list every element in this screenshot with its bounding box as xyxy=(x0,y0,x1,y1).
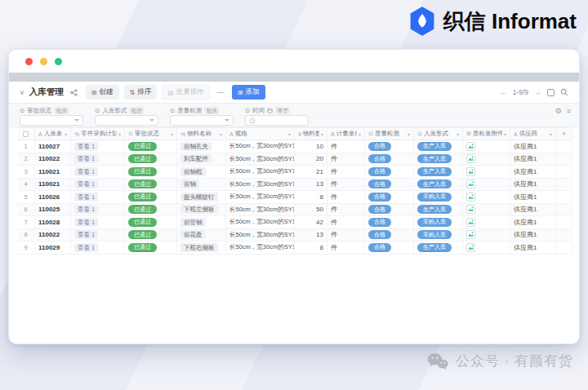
cell-material[interactable]: 下框右侧板 xyxy=(177,242,226,254)
gear-icon[interactable]: ⚙ xyxy=(555,107,562,115)
cell-spec[interactable]: 长50cm，宽30cm的SY1 xyxy=(226,229,295,242)
cell-attachment[interactable] xyxy=(463,179,510,191)
cell-empty[interactable] xyxy=(556,179,572,191)
cell-inbound-form[interactable]: 采购入库 xyxy=(414,191,463,203)
cell-unit[interactable]: 件 xyxy=(327,204,365,216)
cell-purchase-plan[interactable]: 查看 1 xyxy=(71,216,125,228)
table-row[interactable]: 1110027查看 1已通过前轴孔夹长50cm，宽30cm的SY110件合格生产… xyxy=(17,140,571,153)
cell-supplier[interactable]: 供应商1 xyxy=(510,242,556,254)
cell-material[interactable]: 下框左侧板 xyxy=(177,204,226,216)
cell-empty[interactable] xyxy=(556,229,572,242)
filter-operator-tag[interactable]: 包含 xyxy=(54,107,69,114)
cell-qty[interactable]: 8 xyxy=(295,191,327,203)
cell-quality[interactable]: 合格 xyxy=(365,204,414,216)
batch-actions-button[interactable]: ▤ 批量操作 xyxy=(162,85,210,100)
cell-inbound-form[interactable]: 采购入库 xyxy=(414,216,463,228)
cell-empty[interactable] xyxy=(556,166,572,178)
cell-qty[interactable]: 8 xyxy=(295,242,327,254)
filter-approval-select[interactable] xyxy=(20,115,83,126)
close-window-button[interactable] xyxy=(25,58,33,65)
cell-unit[interactable]: 件 xyxy=(327,140,365,153)
maximize-window-button[interactable] xyxy=(55,58,62,65)
cell-supplier[interactable]: 供应商1 xyxy=(510,204,556,216)
cell-qty[interactable]: 50 xyxy=(295,204,327,216)
cell-unit[interactable]: 件 xyxy=(327,242,365,254)
column-header-add-field[interactable]: + xyxy=(556,128,572,140)
column-header-spec[interactable]: A规格▾ xyxy=(226,128,295,140)
cell-supplier[interactable]: 供应商1 xyxy=(510,153,556,166)
cell-spec[interactable]: 长50cm，宽30cm的SY1 xyxy=(226,153,295,166)
cell-order-no[interactable]: 110029 xyxy=(35,242,71,254)
cell-qty[interactable]: 13 xyxy=(295,229,327,242)
table-row[interactable]: 2110022查看 1已通过刹车配件长50cm，宽30cm的SY120件合格生产… xyxy=(17,153,571,166)
cell-material[interactable]: 前轴孔夹 xyxy=(177,140,226,153)
cell-approval[interactable]: 已通过 xyxy=(125,216,177,228)
column-header-purchase-plan[interactable]: %零件采购计划▾ xyxy=(71,128,125,140)
cell-attachment[interactable] xyxy=(463,242,510,254)
view-link-tag[interactable]: 查看 1 xyxy=(74,179,98,188)
cell-unit[interactable]: 件 xyxy=(327,179,365,191)
cell-quality[interactable]: 合格 xyxy=(365,216,414,228)
cell-inbound-form[interactable]: 生产入库 xyxy=(414,204,463,216)
cell-inbound-form[interactable]: 生产入库 xyxy=(414,153,463,166)
cell-spec[interactable]: 长50cm，宽30cm的SY1 xyxy=(226,179,295,191)
add-column-icon[interactable]: + xyxy=(562,130,566,138)
cell-unit[interactable]: 件 xyxy=(327,191,365,203)
column-header-qc-attachment[interactable]: ⊞质检单附件▾ xyxy=(463,128,510,140)
cell-attachment[interactable] xyxy=(463,216,510,228)
chevron-down-icon[interactable]: ∨ xyxy=(20,89,24,96)
cell-order-no[interactable]: 110022 xyxy=(35,153,71,166)
cell-order-no[interactable]: 110021 xyxy=(35,179,71,191)
cell-qty[interactable]: 42 xyxy=(295,216,327,228)
cell-quality[interactable]: 合格 xyxy=(365,179,414,191)
cell-supplier[interactable]: 供应商1 xyxy=(510,216,556,228)
cell-unit[interactable]: 件 xyxy=(327,153,365,166)
column-header-quality-check[interactable]: ⊙质量检测▾ xyxy=(365,128,414,140)
cell-material[interactable]: 前花盘 xyxy=(177,229,226,242)
view-link-tag[interactable]: 查看 1 xyxy=(74,243,98,252)
cell-quality[interactable]: 合格 xyxy=(365,166,414,178)
cell-supplier[interactable]: 供应商1 xyxy=(510,229,556,242)
cell-unit[interactable]: 件 xyxy=(327,166,365,178)
cell-approval[interactable]: 已通过 xyxy=(125,229,177,242)
column-header-supplier[interactable]: A供应商▾ xyxy=(510,128,556,140)
material-tag[interactable]: 圆头螺纹钉 xyxy=(180,193,218,202)
cell-approval[interactable]: 已通过 xyxy=(125,153,177,166)
view-link-tag[interactable]: 查看 1 xyxy=(74,142,98,151)
table-row[interactable]: 4110021查看 1已通过前轴长50cm，宽30cm的SY113件合格生产入库… xyxy=(17,179,571,192)
cell-order-no[interactable]: 110025 xyxy=(35,204,71,216)
material-tag[interactable]: 前轴孔夹 xyxy=(180,142,212,151)
cell-quality[interactable]: 合格 xyxy=(365,140,414,153)
row-number[interactable]: 2 xyxy=(17,153,35,166)
cell-empty[interactable] xyxy=(556,216,572,228)
cell-empty[interactable] xyxy=(556,242,572,254)
cell-qty[interactable]: 20 xyxy=(295,153,327,166)
cell-quality[interactable]: 合格 xyxy=(365,242,414,254)
cell-approval[interactable]: 已通过 xyxy=(125,242,177,254)
cell-inbound-form[interactable]: 生产入库 xyxy=(414,242,463,254)
cell-qty[interactable]: 13 xyxy=(295,179,327,191)
cell-spec[interactable]: 长50cm，宽30cm的SY1 xyxy=(226,242,295,254)
cell-purchase-plan[interactable]: 查看 1 xyxy=(71,153,125,166)
cell-attachment[interactable] xyxy=(463,229,510,242)
cell-attachment[interactable] xyxy=(463,191,510,203)
row-number[interactable]: 6 xyxy=(17,204,35,216)
view-link-tag[interactable]: 查看 1 xyxy=(74,193,98,202)
cell-purchase-plan[interactable]: 查看 1 xyxy=(71,166,125,178)
table-row[interactable]: 6110025查看 1已通过下框左侧板长50cm，宽30cm的SY150件合格生… xyxy=(17,204,571,217)
row-number[interactable]: 5 xyxy=(17,191,35,203)
cell-attachment[interactable] xyxy=(463,153,510,166)
material-tag[interactable]: 下框左侧板 xyxy=(180,205,218,214)
next-page-arrow[interactable]: → xyxy=(534,88,541,96)
search-icon[interactable] xyxy=(560,88,568,96)
view-link-tag[interactable]: 查看 1 xyxy=(74,154,98,163)
cell-attachment[interactable] xyxy=(463,140,510,153)
column-header-material-qty[interactable]: #物料数量▾ xyxy=(295,128,327,140)
cell-empty[interactable] xyxy=(556,153,572,166)
row-number[interactable]: 4 xyxy=(17,179,35,191)
cell-empty[interactable] xyxy=(556,140,572,153)
cell-order-no[interactable]: 110021 xyxy=(35,166,71,178)
cell-empty[interactable] xyxy=(556,204,572,216)
cell-spec[interactable]: 长50cm，宽30cm的SY1 xyxy=(226,166,295,178)
cell-purchase-plan[interactable]: 查看 1 xyxy=(71,204,125,216)
